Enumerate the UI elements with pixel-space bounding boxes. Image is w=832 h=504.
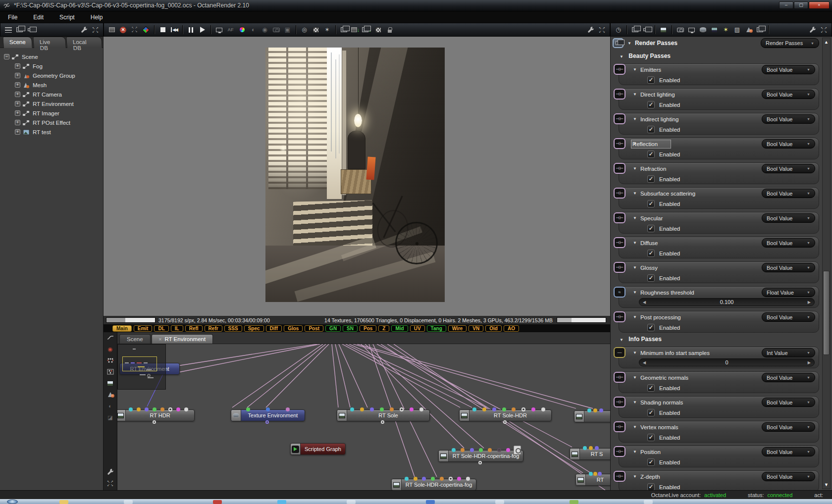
node-rt-sole-hdr-copertina-fog-2[interactable]: RT Sole-HDR-copertina-fog xyxy=(391,479,476,490)
int-node-icon[interactable]: ― xyxy=(614,347,625,358)
graph-tab-scene[interactable]: Scene xyxy=(119,334,151,344)
pin-node-icon[interactable]: ⊣⊢ xyxy=(614,421,625,432)
graph-fullscreen-icon[interactable]: ↖↗↙↘ xyxy=(106,479,115,487)
connector-style-icon[interactable] xyxy=(106,334,115,342)
enabled-checkbox[interactable]: ✓ xyxy=(647,175,655,183)
enabled-checkbox[interactable]: ✓ xyxy=(647,483,655,491)
node-rt-clipped[interactable]: RT xyxy=(575,474,610,486)
environment-node-icon[interactable] xyxy=(709,25,720,35)
pass-button-spec[interactable]: Spec xyxy=(244,325,264,332)
enabled-checkbox[interactable]: ✓ xyxy=(647,200,655,207)
pin-node-icon[interactable]: ⊣⊢ xyxy=(614,89,625,100)
tree-item-mesh[interactable]: + Mesh xyxy=(4,80,103,90)
object-picker-icon[interactable]: ◎ xyxy=(299,25,310,35)
tree-item-fog[interactable]: + Fog xyxy=(4,61,103,71)
pin-node-icon[interactable]: ⊣⊢ xyxy=(614,397,625,407)
rgb-channels-icon[interactable] xyxy=(141,25,151,35)
collapse-windows-icon[interactable] xyxy=(26,25,36,35)
close-tab-icon[interactable]: × xyxy=(159,337,162,342)
value-type-dropdown[interactable]: Bool Value▼ xyxy=(762,90,815,99)
collapse-arrow[interactable]: ▼ xyxy=(627,41,631,46)
node-output-pin[interactable] xyxy=(503,420,507,424)
menu-file[interactable]: File xyxy=(0,12,25,23)
value-type-dropdown[interactable]: Bool Value▼ xyxy=(762,164,815,173)
compare-image-icon[interactable] xyxy=(106,25,117,35)
node-type-dropdown[interactable]: Render Passes▼ xyxy=(761,38,819,48)
render-passes-node-icon[interactable] xyxy=(755,25,765,35)
pin-node-icon[interactable]: ⊣⊢ xyxy=(614,212,625,223)
min-info-samples-slider[interactable]: ◀ 0 ▶ xyxy=(639,358,815,366)
tab-local-db[interactable]: Local DB xyxy=(66,37,102,48)
pass-button-refl[interactable]: Refl xyxy=(185,325,203,332)
white-balance-picker-icon[interactable] xyxy=(237,25,247,35)
pin-node-icon[interactable]: ⊣⊢ xyxy=(614,262,625,273)
node-rt-hdr[interactable]: RT HDR xyxy=(117,409,195,421)
enabled-checkbox[interactable]: ✓ xyxy=(647,101,655,108)
show-textures-icon[interactable]: ◪ xyxy=(106,413,115,421)
value-type-dropdown[interactable]: Bool Value▼ xyxy=(762,398,815,407)
menu-help[interactable]: Help xyxy=(83,12,111,23)
show-geometry-icon[interactable] xyxy=(106,391,115,399)
value-type-dropdown[interactable]: Bool Value▼ xyxy=(762,213,815,223)
pin-node-icon[interactable]: ⊣⊢ xyxy=(614,311,625,322)
graph-tab-rt-environment[interactable]: × RT Environment xyxy=(152,334,213,344)
pass-button-uv[interactable]: UV xyxy=(410,325,425,332)
pass-button-dl[interactable]: DL xyxy=(154,325,168,332)
pass-button-sss[interactable]: SSS xyxy=(224,325,242,332)
value-type-dropdown[interactable]: Bool Value▼ xyxy=(762,472,815,481)
enabled-checkbox[interactable]: ✓ xyxy=(647,434,655,441)
value-type-dropdown[interactable]: Bool Value▼ xyxy=(762,114,815,124)
alpha-mode-icon[interactable] xyxy=(311,25,321,35)
scrollbar-thumb[interactable] xyxy=(823,271,830,355)
node-output-pin[interactable] xyxy=(381,420,384,424)
start-orb[interactable] xyxy=(7,500,18,504)
camera-node-icon[interactable] xyxy=(675,25,685,35)
enabled-checkbox[interactable]: ✓ xyxy=(647,458,655,466)
section-info-passes[interactable]: ▼ Info Passes xyxy=(614,336,819,346)
section-beauty-passes[interactable]: ▼ Beauty Passes xyxy=(614,52,819,62)
tab-scene[interactable]: Scene xyxy=(2,37,32,48)
refresh-timer-icon[interactable]: ◷ xyxy=(613,25,624,35)
tree-item-rt-camera[interactable]: + RT Camera xyxy=(4,90,103,99)
pin-node-icon[interactable]: ⊣⊢ xyxy=(614,163,625,174)
pass-button-pos[interactable]: Pos xyxy=(360,325,376,332)
minimap-view-rect[interactable] xyxy=(122,356,157,371)
highlighted-pin[interactable] xyxy=(514,446,521,454)
panel-fullscreen-icon[interactable]: ↖↗↙↘ xyxy=(90,25,101,35)
sun-node-icon[interactable]: ✶ xyxy=(721,25,731,35)
menu-script[interactable]: Script xyxy=(52,12,83,23)
autofocus-icon[interactable]: AF xyxy=(225,25,236,35)
pass-button-sn[interactable]: SN xyxy=(343,325,358,332)
new-window-icon[interactable] xyxy=(630,25,640,35)
menu-edit[interactable]: Edit xyxy=(25,12,52,23)
pass-button-ao[interactable]: AO xyxy=(504,325,519,332)
lock-image-icon[interactable] xyxy=(384,25,395,35)
node-rt-s-clipped[interactable]: RT S xyxy=(570,448,610,460)
image-node-icon[interactable] xyxy=(658,25,669,35)
pin-node-icon[interactable]: ⊣⊢ xyxy=(614,113,625,124)
enabled-checkbox[interactable]: ✓ xyxy=(647,324,655,331)
pass-button-post[interactable]: Post xyxy=(305,325,323,332)
tree-item-geometry-group[interactable]: + Geometry Group xyxy=(4,71,103,80)
node-clipped-right[interactable] xyxy=(574,410,610,422)
enabled-checkbox[interactable]: ✓ xyxy=(647,250,655,257)
center-graph-icon[interactable]: ◉ xyxy=(106,345,115,353)
new-window-icon[interactable] xyxy=(14,25,25,35)
node-graph-canvas[interactable]: RT Environment RT HDR xyxy=(117,344,610,490)
node-rt-sole-hdr[interactable]: RT Sole-HDR xyxy=(459,409,552,421)
minimize-button[interactable]: – xyxy=(779,1,793,9)
fit-viewport-icon[interactable]: ↖↗↙↘ xyxy=(129,25,140,35)
windows-taskbar[interactable] xyxy=(0,499,832,504)
pass-button-wire[interactable]: Wire xyxy=(448,325,467,332)
show-images-icon[interactable] xyxy=(106,379,115,387)
pin-node-icon[interactable]: ⊣⊢ xyxy=(614,237,625,248)
value-type-dropdown[interactable]: Bool Value▼ xyxy=(762,139,815,149)
pin-node-icon[interactable]: ⊣⊢ xyxy=(614,138,625,149)
tree-item-rt-environment[interactable]: + RT Environment xyxy=(4,99,103,108)
pass-button-tang[interactable]: Tang xyxy=(427,325,446,332)
value-type-dropdown[interactable]: Bool Value▼ xyxy=(762,263,815,272)
enabled-checkbox[interactable]: ✓ xyxy=(647,76,655,84)
node-output-pin[interactable] xyxy=(153,420,156,424)
tree-view-mode-icon[interactable] xyxy=(3,25,13,35)
enabled-checkbox[interactable]: ✓ xyxy=(647,126,655,133)
